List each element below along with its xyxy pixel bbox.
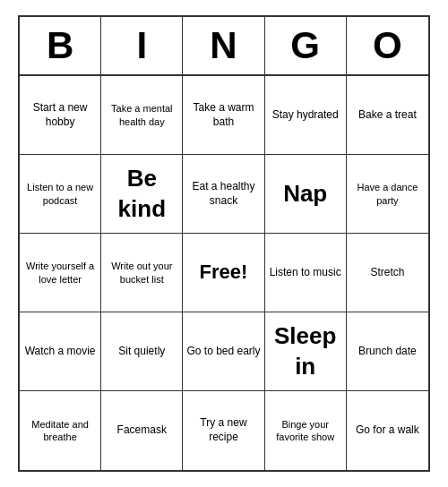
header-letter-n: N: [183, 17, 264, 74]
header-letter-g: G: [265, 17, 347, 74]
bingo-header: BINGO: [20, 17, 428, 76]
bingo-cell-18[interactable]: Sleep in: [265, 312, 347, 391]
bingo-cell-20[interactable]: Meditate and breathe: [20, 391, 101, 470]
bingo-cell-8[interactable]: Nap: [265, 155, 347, 234]
bingo-cell-4[interactable]: Bake a treat: [347, 76, 428, 155]
bingo-cell-15[interactable]: Watch a movie: [20, 312, 101, 391]
header-letter-i: I: [101, 17, 183, 74]
bingo-cell-6[interactable]: Be kind: [101, 155, 183, 234]
header-letter-o: O: [347, 17, 428, 74]
bingo-cell-17[interactable]: Go to bed early: [183, 312, 264, 391]
bingo-cell-12[interactable]: Free!: [183, 234, 264, 312]
bingo-cell-2[interactable]: Take a warm bath: [183, 76, 264, 155]
bingo-cell-10[interactable]: Write yourself a love letter: [20, 234, 101, 312]
bingo-cell-22[interactable]: Try a new recipe: [183, 391, 264, 470]
bingo-cell-13[interactable]: Listen to music: [265, 234, 347, 312]
bingo-card: BINGO Start a new hobbyTake a mental hea…: [18, 15, 430, 472]
bingo-cell-1[interactable]: Take a mental health day: [101, 76, 183, 155]
bingo-cell-19[interactable]: Brunch date: [347, 312, 428, 391]
bingo-cell-3[interactable]: Stay hydrated: [265, 76, 347, 155]
bingo-cell-24[interactable]: Go for a walk: [347, 391, 428, 470]
bingo-cell-7[interactable]: Eat a healthy snack: [183, 155, 264, 234]
bingo-cell-0[interactable]: Start a new hobby: [20, 76, 101, 155]
bingo-cell-16[interactable]: Sit quietly: [101, 312, 183, 391]
bingo-cell-23[interactable]: Binge your favorite show: [265, 391, 347, 470]
bingo-cell-9[interactable]: Have a dance party: [347, 155, 428, 234]
bingo-cell-5[interactable]: Listen to a new podcast: [20, 155, 101, 234]
bingo-cell-11[interactable]: Write out your bucket list: [101, 234, 183, 312]
bingo-cell-21[interactable]: Facemask: [101, 391, 183, 470]
header-letter-b: B: [20, 17, 101, 74]
bingo-grid: Start a new hobbyTake a mental health da…: [20, 76, 428, 470]
bingo-cell-14[interactable]: Stretch: [347, 234, 428, 312]
